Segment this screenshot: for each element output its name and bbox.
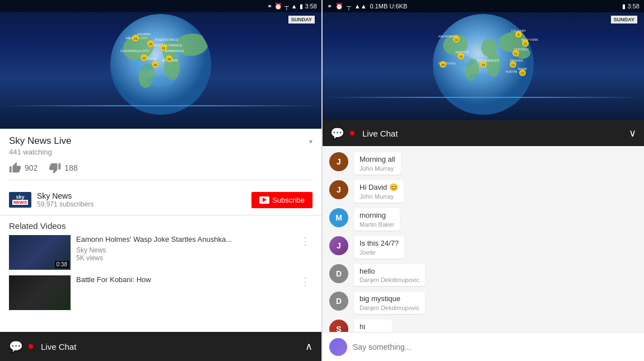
related-item[interactable]: 0:38 Eamonn Holmes' Wasp Joke Startles A… — [9, 235, 312, 270]
data-info-right: 0.1MB U:6KB — [370, 3, 408, 10]
subscribe-label: Subscribe — [272, 196, 305, 204]
chat-message-3: M morning Martin Baker — [323, 205, 644, 233]
live-chat-title: Live Chat — [362, 129, 623, 138]
channel-subscribers: 59,971 subscribers — [37, 200, 251, 208]
message-author-2: John Murray — [360, 193, 398, 200]
message-author-1: John Murray — [360, 165, 395, 172]
svg-text:PUERTO RICO: PUERTO RICO — [155, 38, 179, 41]
chevron-down-icon[interactable]: ∨ — [629, 127, 636, 139]
message-bubble-2: Hi David 😊 John Murray — [354, 180, 404, 203]
svg-text:16: 16 — [153, 63, 157, 67]
like-count: 902 — [25, 163, 38, 172]
related-title: Related Videos — [9, 221, 312, 231]
svg-text:23: 23 — [134, 37, 138, 40]
bluetooth-icon: ⚭ — [267, 3, 272, 10]
alarm-icon-right: ⏰ — [335, 3, 343, 10]
related-video-title-2: Battle For Kobani: How — [76, 275, 292, 285]
related-thumb-2 — [9, 275, 71, 310]
chat-messages: J Morning all John Murray J Hi David 😊 J… — [323, 146, 644, 332]
avatar-7: S — [329, 320, 348, 332]
channel-name: Sky News — [37, 191, 251, 200]
dislike-button[interactable]: 188 — [49, 162, 77, 174]
channel-logo-news: NEWS — [12, 200, 28, 205]
more-icon-2[interactable]: ⋮ — [298, 275, 312, 288]
input-avatar — [329, 338, 347, 356]
wifi-icon: ┬ — [284, 3, 289, 10]
video-thumbnail-left[interactable]: ⚭ ⏰ ┬ ▲ ▮ 3:58 — [0, 0, 321, 129]
status-time-right: 3:58 — [628, 3, 640, 10]
live-chat-header[interactable]: 💬 Live Chat ∨ — [323, 120, 644, 146]
message-bubble-4: Is this 24/7? Joelle — [354, 236, 404, 259]
alarm-icon: ⏰ — [274, 3, 282, 10]
right-panel: ⚭ ⏰ ┬ ▲▲ 0.1MB U:6KB ▮ 3:58 — [323, 0, 644, 361]
avatar-2: J — [329, 180, 348, 199]
svg-text:14: 14 — [511, 63, 515, 67]
chat-message-1: J Morning all John Murray — [323, 149, 644, 177]
video-info: Sky News Live ▾ 441 watching 902 188 — [0, 129, 321, 185]
message-bubble-1: Morning all John Murray — [354, 152, 401, 175]
channel-logo: sky NEWS — [9, 192, 31, 208]
related-views-1: 5K views — [76, 254, 292, 262]
video-actions: 902 188 — [9, 162, 312, 180]
related-info-2: Battle For Kobani: How — [76, 275, 292, 287]
message-bubble-3: morning Martin Baker — [354, 208, 400, 231]
svg-text:PORT AU PRINCE: PORT AU PRINCE — [154, 44, 182, 47]
svg-point-34 — [487, 52, 500, 77]
related-item-2[interactable]: Battle For Kobani: How ⋮ — [9, 275, 312, 310]
message-author-6: Danjen Dekdimupovic — [360, 304, 419, 311]
chevron-up-icon[interactable]: ∧ — [305, 340, 312, 353]
svg-point-8 — [147, 76, 175, 87]
svg-text:GUATEMALA CITY: GUATEMALA CITY — [120, 49, 150, 53]
message-text-6: big mystique — [360, 294, 419, 304]
message-text-1: Morning all — [360, 155, 395, 165]
svg-text:25: 25 — [149, 43, 153, 46]
sunday-badge-left: SUNDAY — [288, 16, 315, 24]
svg-text:18: 18 — [482, 63, 485, 67]
avatar-1: J — [329, 152, 348, 171]
channel-info: Sky News 59,971 subscribers — [37, 191, 251, 208]
svg-point-38 — [468, 73, 493, 83]
chat-message-7: S hi saadiraya — [323, 317, 644, 332]
status-time-right-container: ▮ 3:58 — [622, 3, 640, 10]
svg-text:AUSTIN: AUSTIN — [506, 70, 517, 73]
message-bubble-7: hi saadiraya — [354, 320, 392, 332]
message-text-2: Hi David 😊 — [360, 183, 398, 193]
signal-icon: ▲ — [291, 3, 297, 10]
svg-text:28: 28 — [167, 58, 171, 61]
svg-text:10: 10 — [455, 38, 458, 41]
signal-icon-right: ▲▲ — [354, 3, 367, 10]
svg-text:12: 12 — [514, 52, 517, 55]
svg-text:9: 9 — [517, 33, 519, 36]
sunday-badge-right: SUNDAY — [611, 16, 637, 24]
chat-input[interactable] — [353, 343, 637, 351]
related-info-1: Eamonn Holmes' Wasp Joke Startles Anushk… — [76, 235, 292, 262]
dislike-count: 188 — [64, 163, 77, 172]
chat-message-5: D hello Danjen Dekdimupovic — [323, 261, 644, 289]
left-panel: ⚭ ⏰ ┬ ▲ ▮ 3:58 — [0, 0, 321, 361]
message-author-4: Joelle — [360, 249, 399, 256]
svg-text:BARBADOS: BARBADOS — [165, 49, 184, 53]
video-thumbnail-right[interactable]: ⚭ ⏰ ┬ ▲▲ 0.1MB U:6KB ▮ 3:58 — [323, 0, 644, 120]
message-text-3: morning — [360, 211, 394, 221]
chat-input-bar — [323, 332, 644, 361]
chat-icon-left: 💬 — [9, 340, 23, 353]
message-author-3: Martin Baker — [360, 221, 394, 228]
message-bubble-5: hello Danjen Dekdimupovic — [354, 264, 425, 287]
chat-message-4: J Is this 24/7? Joelle — [323, 233, 644, 261]
chat-message-6: D big mystique Danjen Dekdimupovic — [323, 289, 644, 317]
avatar-4: J — [329, 236, 348, 255]
dropdown-arrow-icon[interactable]: ▾ — [309, 138, 312, 146]
svg-text:HAVANA: HAVANA — [137, 32, 151, 36]
svg-point-1 — [110, 14, 211, 115]
message-author-5: Danjen Dekdimupovic — [360, 276, 419, 283]
live-chat-bar-left[interactable]: 💬 Live Chat ∧ — [0, 332, 321, 361]
video-watching: 441 watching — [9, 148, 312, 156]
svg-text:25: 25 — [441, 63, 445, 67]
like-button[interactable]: 902 — [9, 162, 38, 174]
related-thumb-1: 0:38 — [9, 235, 71, 270]
more-icon-1[interactable]: ⋮ — [298, 235, 312, 247]
subscribe-button[interactable]: Subscribe — [251, 192, 312, 208]
avatar-6: D — [329, 292, 348, 311]
svg-text:27: 27 — [521, 72, 524, 75]
video-title: Sky News Live — [9, 135, 71, 147]
